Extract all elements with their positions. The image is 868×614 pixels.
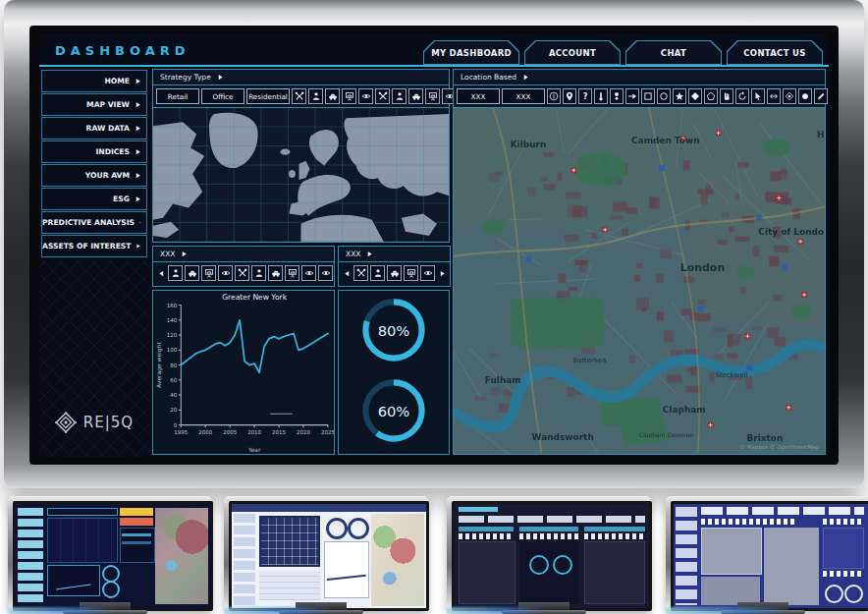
select-button[interactable] <box>625 88 639 104</box>
car-button[interactable] <box>408 88 423 104</box>
star-icon <box>675 91 684 101</box>
strategy-button-office[interactable]: Office <box>201 88 244 104</box>
tab-chat[interactable]: CHAT <box>625 40 722 65</box>
world-map-svg <box>153 108 449 242</box>
thumbnail-monitor-1[interactable] <box>8 496 212 610</box>
eye-button[interactable] <box>318 265 333 281</box>
sidebar-item-assets-of-interest[interactable]: ASSETS OF INTEREST <box>41 235 147 257</box>
gauge-icon <box>612 91 622 101</box>
person-button[interactable] <box>370 265 385 281</box>
eye-button[interactable] <box>301 265 316 281</box>
square-button[interactable] <box>641 88 655 104</box>
location-button-xxx[interactable]: XXX <box>457 88 500 104</box>
xxx-left-header: XXX <box>153 247 334 262</box>
eye-button[interactable] <box>218 265 233 281</box>
transform-icon <box>769 91 779 101</box>
strategy-button-retail[interactable]: Retail <box>156 88 199 104</box>
tools-icon <box>295 91 304 101</box>
strategy-button-residential[interactable]: Residential <box>246 88 290 104</box>
eye-button[interactable] <box>420 265 435 281</box>
sidebar-item-predictive-analysis[interactable]: PREDICTIVE ANALYSIS <box>41 211 147 234</box>
transform-button[interactable] <box>767 88 781 104</box>
presentation-button[interactable] <box>425 88 440 104</box>
sidebar-item-map-view[interactable]: MAP VIEW <box>41 93 147 116</box>
expand-arrow-icon[interactable] <box>217 74 224 81</box>
thumbnail-monitor-3[interactable] <box>447 496 651 610</box>
polygon-button[interactable] <box>704 88 718 104</box>
map-label-brixton: Brixton <box>746 433 783 443</box>
thumbnail-monitor-4[interactable] <box>666 496 868 610</box>
thermometer-button[interactable] <box>594 88 608 104</box>
sidebar-item-home[interactable]: HOME <box>41 70 147 92</box>
thumbnail-1-screen <box>13 501 213 611</box>
eye-icon <box>321 268 331 278</box>
car-button[interactable] <box>387 265 402 281</box>
thumbnail-4-screen <box>671 501 868 611</box>
info-button[interactable] <box>547 88 561 104</box>
xxx-right-toolbar <box>339 262 450 284</box>
rotate-button[interactable] <box>735 88 749 104</box>
person-button[interactable] <box>168 265 183 281</box>
gauge-button[interactable] <box>610 88 624 104</box>
thermometer-icon <box>596 91 606 101</box>
question-icon <box>580 91 590 101</box>
location-button-xxx[interactable]: XXX <box>502 88 545 104</box>
svg-text:2025: 2025 <box>321 429 334 435</box>
city-map[interactable]: KilburnCamden TownHackneyCity of LondonL… <box>454 108 825 454</box>
strategy-panel-header: Strategy Type <box>153 70 449 85</box>
diamond-button[interactable] <box>688 88 702 104</box>
expand-arrow-icon[interactable] <box>181 251 188 257</box>
presentation-button[interactable] <box>404 265 418 281</box>
tools-button[interactable] <box>353 265 368 281</box>
sidebar-item-indices[interactable]: INDICES <box>41 140 147 163</box>
thumbnail-monitor-2[interactable] <box>224 496 428 610</box>
person-button[interactable] <box>308 88 323 104</box>
tools-button[interactable] <box>375 88 390 104</box>
world-map[interactable] <box>153 108 449 242</box>
tab-my-dashboard[interactable]: MY DASHBOARD <box>423 40 519 65</box>
map-label-camden-town: Camden Town <box>631 136 700 145</box>
svg-text:2015: 2015 <box>272 429 286 435</box>
sidebar-item-raw-data[interactable]: RAW DATA <box>41 117 147 140</box>
car-button[interactable] <box>268 265 283 281</box>
tools-button[interactable] <box>292 88 306 104</box>
pencil-button[interactable] <box>814 88 828 104</box>
eye-button[interactable] <box>358 88 373 104</box>
scroll-left-button[interactable] <box>156 265 166 281</box>
svg-text:140: 140 <box>167 317 178 323</box>
donut-gauge-svg: 60% <box>355 372 432 449</box>
circle-button[interactable] <box>657 88 671 104</box>
expand-arrow-icon[interactable] <box>366 251 373 257</box>
top-header: DASHBOARD MY DASHBOARDACCOUNTCHATCONTACT… <box>39 33 829 65</box>
location-based-panel: Location Based XXXXXX <box>453 69 826 455</box>
expand-arrow-icon[interactable] <box>522 74 529 81</box>
play-icon <box>135 172 141 179</box>
tab-contact-us[interactable]: CONTACT US <box>727 40 823 65</box>
tools-button[interactable] <box>235 265 249 281</box>
screen-reflection <box>8 607 116 614</box>
star-button[interactable] <box>673 88 686 104</box>
sidebar-item-esg[interactable]: ESG <box>41 188 147 210</box>
scroll-left-button[interactable] <box>342 265 352 281</box>
tab-account[interactable]: ACCOUNT <box>524 40 621 65</box>
scene: DASHBOARD MY DASHBOARDACCOUNTCHATCONTACT… <box>0 0 868 614</box>
hand-button[interactable] <box>720 88 733 104</box>
marker-button[interactable] <box>563 88 576 104</box>
sidebar-item-your-avm[interactable]: YOUR AVM <box>41 164 147 187</box>
car-button[interactable] <box>185 265 199 281</box>
line-chart-svg: Greater New York020406080100120140160199… <box>153 291 334 457</box>
person-icon <box>171 268 181 278</box>
blob-button[interactable] <box>798 88 812 104</box>
presentation-button[interactable] <box>285 265 299 281</box>
presentation-button[interactable] <box>342 88 356 104</box>
xxx-left-toolbar <box>153 262 334 284</box>
presentation-button[interactable] <box>201 265 216 281</box>
cursor-button[interactable] <box>751 88 765 104</box>
sidebar-item-label: ESG <box>113 195 130 203</box>
move-button[interactable] <box>783 88 796 104</box>
question-button[interactable] <box>578 88 592 104</box>
car-button[interactable] <box>325 88 340 104</box>
scroll-right-button[interactable] <box>437 265 447 281</box>
person-button[interactable] <box>251 265 266 281</box>
person-button[interactable] <box>392 88 407 104</box>
